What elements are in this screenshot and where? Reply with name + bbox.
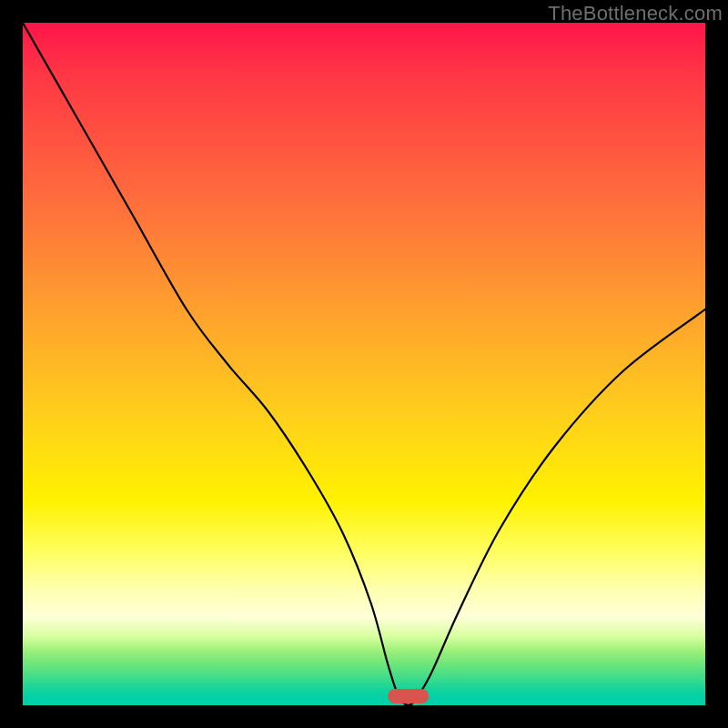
chart-svg [23, 23, 705, 705]
watermark-text: TheBottleneck.com [548, 2, 723, 25]
chart-frame: TheBottleneck.com [0, 0, 728, 728]
chart-plot-area [23, 23, 705, 705]
optimal-marker-pill [388, 689, 429, 703]
bottleneck-curve-path [23, 23, 705, 705]
optimal-marker [388, 689, 429, 703]
bottleneck-curve [23, 23, 705, 705]
